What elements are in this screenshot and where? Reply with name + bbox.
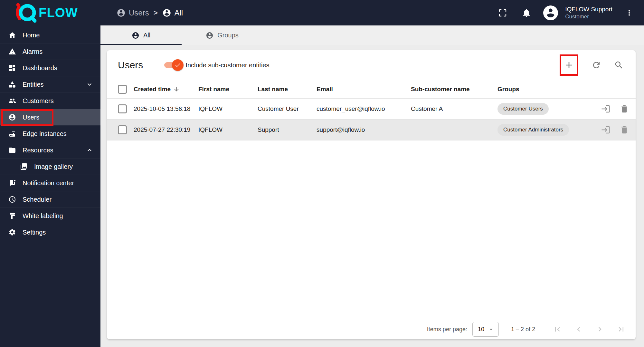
fullscreen-button[interactable] bbox=[496, 6, 510, 20]
cell-sub-customer: Customer A bbox=[411, 105, 497, 112]
router-icon bbox=[8, 130, 16, 138]
sidebar-item-dashboards[interactable]: Dashboards bbox=[0, 60, 100, 76]
delete-user-button[interactable] bbox=[620, 125, 629, 135]
trash-icon bbox=[620, 125, 629, 135]
avatar[interactable] bbox=[543, 5, 558, 20]
tab-groups[interactable]: Groups bbox=[182, 25, 263, 45]
chevron-up-icon bbox=[86, 146, 93, 154]
table-toolbar-actions bbox=[560, 54, 626, 76]
top-bar: FLOW Users > All IQFLOW bbox=[0, 0, 644, 25]
delete-user-button[interactable] bbox=[620, 104, 629, 114]
cell-last-name: Support bbox=[258, 126, 317, 133]
logo-text: FLOW bbox=[39, 5, 78, 20]
column-header-first-name[interactable]: First name bbox=[198, 86, 258, 93]
sidebar-item-notification-center[interactable]: Notification center bbox=[0, 175, 100, 191]
sidebar-item-white-labeling[interactable]: White labeling bbox=[0, 207, 100, 224]
sidebar-item-label: Alarms bbox=[23, 48, 43, 55]
toggle-track[interactable] bbox=[164, 62, 181, 68]
sidebar-item-alarms[interactable]: Alarms bbox=[0, 43, 100, 60]
search-button[interactable] bbox=[612, 58, 626, 72]
sidebar-item-resources[interactable]: Resources bbox=[0, 142, 100, 158]
refresh-button[interactable] bbox=[589, 58, 603, 72]
items-per-page-label: Items per page: bbox=[427, 326, 467, 333]
notifications-button[interactable] bbox=[519, 6, 534, 20]
fullscreen-icon bbox=[498, 8, 507, 18]
sidebar-item-settings[interactable]: Settings bbox=[0, 224, 100, 240]
tab-all-label: All bbox=[143, 32, 150, 39]
sidebar-item-home[interactable]: Home bbox=[0, 27, 100, 43]
sidebar-item-entities[interactable]: Entities bbox=[0, 76, 100, 92]
sidebar-item-users[interactable]: Users bbox=[0, 109, 100, 125]
user-role: Customer bbox=[565, 13, 612, 20]
first-page-icon bbox=[553, 325, 562, 334]
trash-icon bbox=[620, 104, 629, 114]
column-header-last-name[interactable]: Last name bbox=[258, 86, 317, 93]
sidebar-item-label: Entities bbox=[23, 81, 44, 88]
breadcrumb-page[interactable]: All bbox=[162, 8, 183, 17]
sidebar-item-edge-instances[interactable]: Edge instances bbox=[0, 125, 100, 142]
user-icon bbox=[8, 113, 16, 121]
login-as-user-button[interactable] bbox=[601, 104, 611, 114]
page-size-select[interactable]: 10 bbox=[472, 322, 499, 337]
table-row[interactable]: 2025-10-05 13:56:18 IQFLOW Customer User… bbox=[107, 99, 636, 120]
breadcrumb-section[interactable]: Users bbox=[117, 8, 149, 17]
first-page-button[interactable] bbox=[552, 324, 563, 335]
login-as-user-button[interactable] bbox=[601, 125, 611, 135]
page-size-value: 10 bbox=[478, 326, 484, 333]
sidebar-item-label: White labeling bbox=[23, 212, 63, 220]
include-subcustomer-toggle[interactable]: Include sub-customer entities bbox=[164, 62, 269, 69]
column-header-groups[interactable]: Groups bbox=[497, 86, 601, 93]
notification-center-icon bbox=[8, 179, 16, 187]
home-icon bbox=[8, 31, 16, 39]
sidebar-item-label: Image gallery bbox=[34, 163, 73, 170]
last-page-icon bbox=[617, 325, 626, 334]
more-vert-icon bbox=[625, 9, 633, 17]
column-header-sub-customer[interactable]: Sub-customer name bbox=[411, 86, 497, 93]
sidebar-item-scheduler[interactable]: Scheduler bbox=[0, 191, 100, 207]
user-icon bbox=[162, 8, 171, 17]
folder-icon bbox=[8, 146, 16, 154]
add-user-button[interactable] bbox=[562, 58, 576, 72]
row-checkbox[interactable] bbox=[118, 104, 127, 113]
dashboard-icon bbox=[8, 64, 16, 72]
tab-all[interactable]: All bbox=[100, 25, 182, 45]
tab-groups-label: Groups bbox=[217, 32, 239, 39]
paginator: Items per page: 10 1 – 2 of 2 bbox=[107, 319, 636, 339]
table-row[interactable]: 2025-07-27 22:30:19 IQFLOW Support suppo… bbox=[107, 120, 636, 140]
user-info[interactable]: IQFLOW Support Customer bbox=[565, 5, 612, 20]
last-page-button[interactable] bbox=[616, 324, 627, 335]
content-area: Users Include sub-customer entities bbox=[100, 45, 644, 347]
login-icon bbox=[601, 125, 611, 135]
group-chip[interactable]: Customer Users bbox=[497, 103, 549, 115]
row-checkbox[interactable] bbox=[118, 125, 127, 134]
page-range-label: 1 – 2 of 2 bbox=[511, 326, 535, 333]
breadcrumb-section-label: Users bbox=[129, 8, 149, 17]
user-icon bbox=[132, 32, 139, 39]
select-all-checkbox[interactable] bbox=[118, 85, 127, 94]
sort-arrow-down-icon bbox=[173, 86, 180, 92]
next-page-button[interactable] bbox=[594, 324, 605, 335]
bell-icon bbox=[522, 8, 531, 18]
toggle-label: Include sub-customer entities bbox=[185, 62, 269, 69]
column-header-email[interactable]: Email bbox=[317, 86, 411, 93]
sidebar-item-image-gallery[interactable]: Image gallery bbox=[0, 158, 100, 175]
column-header-created-time[interactable]: Created time bbox=[134, 86, 198, 93]
cell-email: customer_user@iqflow.io bbox=[317, 105, 411, 112]
plus-icon bbox=[564, 60, 574, 70]
sidebar-item-customers[interactable]: Customers bbox=[0, 92, 100, 109]
sidebar-item-label: Customers bbox=[23, 97, 54, 105]
toggle-thumb bbox=[172, 59, 184, 71]
sidebar-item-label: Settings bbox=[23, 229, 46, 236]
group-chip[interactable]: Customer Administrators bbox=[497, 124, 569, 136]
brand-logo[interactable]: FLOW bbox=[0, 0, 100, 25]
more-menu-button[interactable] bbox=[622, 6, 636, 20]
login-icon bbox=[601, 104, 611, 114]
sidebar: Home Alarms Dashboards Entities Customer… bbox=[0, 25, 100, 347]
chevron-down-icon bbox=[86, 81, 93, 88]
card-toolbar: Users Include sub-customer entities bbox=[107, 50, 636, 80]
cell-created-time: 2025-10-05 13:56:18 bbox=[134, 105, 198, 112]
category-icon bbox=[8, 81, 16, 88]
dropdown-caret-icon bbox=[488, 326, 495, 333]
sidebar-item-label: Edge instances bbox=[23, 130, 67, 138]
previous-page-button[interactable] bbox=[573, 324, 584, 335]
